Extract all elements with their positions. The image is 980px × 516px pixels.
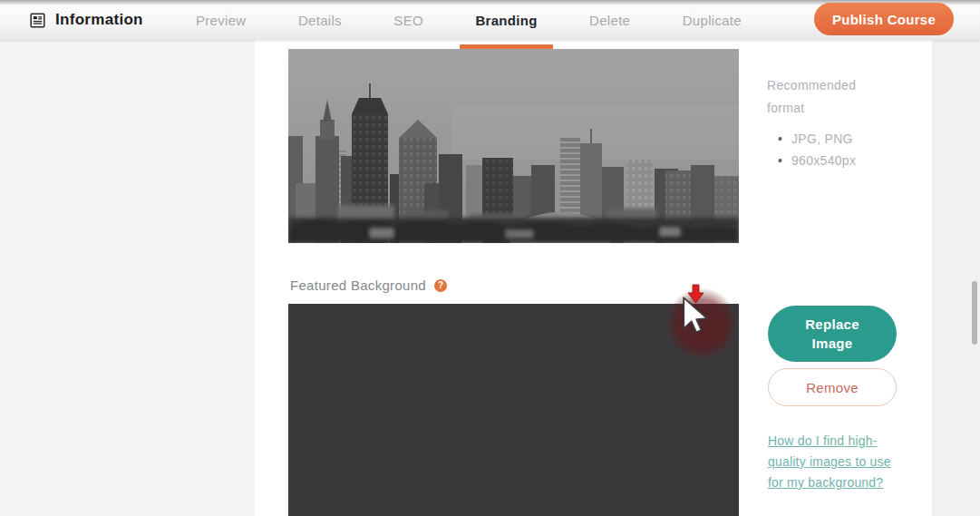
publish-course-button[interactable]: Publish Course: [814, 3, 954, 35]
tab-duplicate[interactable]: Duplicate: [683, 0, 742, 40]
course-thumbnail-image: [288, 49, 739, 243]
tab-delete[interactable]: Delete: [589, 0, 630, 40]
recommended-format-heading: Recommended format: [767, 74, 868, 120]
remove-button[interactable]: Remove: [768, 368, 897, 406]
format-item-dimensions: 960x540px: [767, 150, 921, 171]
vertical-scrollbar-thumb[interactable]: [972, 281, 977, 345]
background-help-link[interactable]: How do I find high-quality images to use…: [768, 431, 891, 493]
branding-settings-screen: Information Preview Details SEO Branding…: [0, 0, 980, 516]
tab-seo[interactable]: SEO: [393, 0, 423, 40]
tab-details[interactable]: Details: [298, 0, 342, 40]
page-title-group: Information: [30, 0, 143, 40]
page-background-strip: [932, 40, 980, 516]
tab-bar: Preview Details SEO Branding Delete Dupl…: [196, 0, 742, 40]
left-sidebar-panel: [0, 40, 255, 516]
mouse-cursor: [682, 297, 711, 335]
featured-background-label: Featured Background: [290, 277, 426, 293]
featured-background-header: Featured Background ?: [290, 277, 447, 293]
replace-image-button[interactable]: Replace Image: [768, 306, 897, 362]
tab-preview[interactable]: Preview: [196, 0, 246, 40]
information-document-icon: [30, 13, 45, 28]
recommended-format-list: JPG, PNG 960x540px: [767, 128, 921, 171]
help-question-icon[interactable]: ?: [434, 279, 447, 292]
top-navigation-bar: Information Preview Details SEO Branding…: [0, 0, 980, 40]
recommended-format-info: Recommended format JPG, PNG 960x540px: [767, 74, 921, 171]
format-item-filetypes: JPG, PNG: [767, 128, 921, 150]
page-title: Information: [55, 11, 143, 29]
tab-branding[interactable]: Branding: [475, 0, 537, 40]
featured-background-image[interactable]: [288, 304, 739, 516]
